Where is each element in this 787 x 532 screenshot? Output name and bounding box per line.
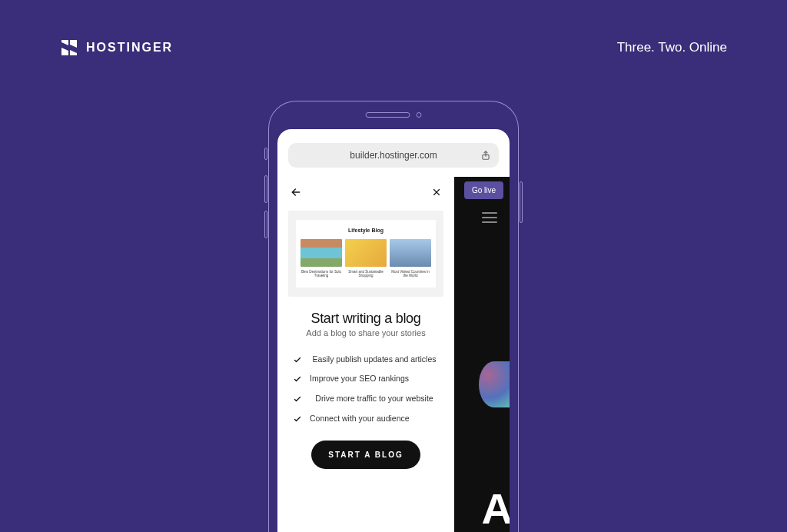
preview-thumb [390,239,431,267]
preview-caption: Most Visited Countries in the World [390,270,431,278]
decorative-letter: A [482,487,510,530]
page-header: HOSTINGER Three. Two. Online [0,0,787,57]
preview-caption: Smart and Sustainable Shopping [345,270,387,278]
panel-heading: Start writing a blog [288,311,443,327]
brand: HOSTINGER [60,38,173,57]
blog-preview: Lifestyle Blog Best Destinations for Sol… [288,211,443,297]
preview-card: Best Destinations for Solo Traveling [301,239,342,280]
benefit-item: Improve your SEO rankings [293,374,439,384]
browser-url-bar[interactable]: builder.hostinger.com [288,143,499,168]
preview-card: Most Visited Countries in the World [390,239,431,280]
benefit-text: Drive more traffic to your website [310,394,439,404]
back-arrow-icon[interactable] [290,186,302,198]
phone-screen: builder.hostinger.com Go live A [277,129,510,532]
check-icon [293,374,302,384]
camera-icon [417,112,422,118]
share-icon[interactable] [480,150,491,161]
phone-device: builder.hostinger.com Go live A [268,101,519,532]
brand-name: HOSTINGER [86,41,173,55]
preview-thumb [301,239,342,267]
benefit-item: Drive more traffic to your website [293,394,439,404]
start-blog-button[interactable]: START A BLOG [311,441,420,469]
close-icon[interactable] [431,187,442,198]
benefit-text: Easily publish updates and articles [310,354,439,365]
phone-side-button [264,148,267,160]
decorative-shape [479,361,510,407]
benefit-text: Connect with your audience [310,414,439,424]
phone-side-button [264,211,267,238]
preview-card: Smart and Sustainable Shopping [345,239,387,280]
benefit-text: Improve your SEO rankings [310,374,439,384]
phone-side-button [264,175,267,203]
url-text: builder.hostinger.com [350,150,437,161]
preview-title: Lifestyle Blog [301,228,431,233]
check-icon [293,414,302,424]
blog-onboarding-panel: Lifestyle Blog Best Destinations for Sol… [277,177,454,532]
app-viewport: Go live A Lifestyle Blog [277,177,510,532]
benefit-list: Easily publish updates and articles Impr… [288,354,443,424]
speaker-icon [366,112,410,118]
check-icon [293,355,302,364]
phone-side-button [520,181,523,223]
benefit-item: Connect with your audience [293,414,439,424]
hostinger-logo-icon [60,38,78,57]
hamburger-menu-icon[interactable] [482,212,497,223]
go-live-button[interactable]: Go live [464,181,503,199]
brand-tagline: Three. Two. Online [617,40,727,55]
panel-subheading: Add a blog to share your stories [288,328,443,337]
phone-notch [366,112,422,118]
preview-thumb [345,239,387,267]
preview-caption: Best Destinations for Solo Traveling [301,270,342,278]
check-icon [293,394,302,404]
benefit-item: Easily publish updates and articles [293,354,439,365]
